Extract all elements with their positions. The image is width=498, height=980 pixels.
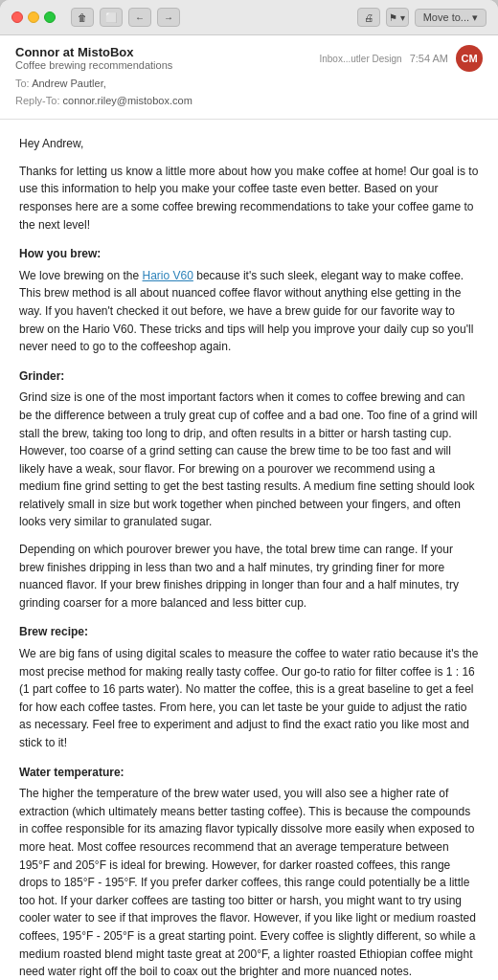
how-you-brew-heading: How you brew: <box>19 245 479 263</box>
toolbar-icons: 🗑 ⬜ ← → <box>71 8 180 27</box>
brew-recipe-text: We are big fans of using digital scales … <box>19 645 479 752</box>
reply-to-value: connor.riley@mistobox.com <box>63 95 192 106</box>
move-to-button[interactable]: Move to... ▾ <box>415 9 487 27</box>
water-temp-heading: Water temperature: <box>19 764 479 782</box>
email-subject: Coffee brewing recommendations <box>15 59 172 71</box>
close-button[interactable] <box>11 11 23 23</box>
avatar: CM <box>456 45 483 72</box>
hario-v60-link[interactable]: Hario V60 <box>143 269 193 282</box>
minimize-button[interactable] <box>28 11 39 23</box>
to-label: To: <box>15 78 30 89</box>
email-header-top: Connor at MistoBox Coffee brewing recomm… <box>15 45 483 72</box>
email-window: 🗑 ⬜ ← → 🖨 ⚑ ▾ Move to... ▾ Connor at Mis… <box>0 0 498 980</box>
email-body: Hey Andrew, Thanks for letting us know a… <box>0 120 498 980</box>
to-value: Andrew Pautler, <box>32 78 106 89</box>
email-greeting: Hey Andrew, <box>19 135 479 153</box>
delete-button[interactable]: 🗑 <box>71 8 94 27</box>
email-to-row: To: Andrew Pautler, <box>15 76 483 93</box>
sender-name: Connor at MistoBox <box>15 45 172 59</box>
water-temp-text: The higher the temperature of the brew w… <box>19 785 479 980</box>
move-to-label: Move to... <box>423 11 469 23</box>
email-intro: Thanks for letting us know a little more… <box>19 163 479 234</box>
archive-button[interactable]: ⬜ <box>100 8 123 27</box>
header-meta: Inbox...utler Design 7:54 AM CM <box>319 45 483 72</box>
brew-recipe-heading: Brew recipe: <box>19 623 479 641</box>
flag-button[interactable]: ⚑ ▾ <box>386 8 409 27</box>
grinder-text-2: Depending on which pourover brewer you h… <box>19 541 479 612</box>
title-bar: 🗑 ⬜ ← → 🖨 ⚑ ▾ Move to... ▾ <box>0 0 498 35</box>
time-label: 7:54 AM <box>410 53 448 64</box>
move-to-chevron: ▾ <box>472 11 478 24</box>
grinder-heading: Grinder: <box>19 368 479 386</box>
grinder-text: Grind size is one of the most important … <box>19 389 479 531</box>
how-you-brew-text: We love brewing on the Hario V60 because… <box>19 267 479 356</box>
print-button[interactable]: 🖨 <box>357 8 380 27</box>
reply-to-label: Reply-To: <box>15 95 59 106</box>
toolbar-right: 🖨 ⚑ ▾ Move to... ▾ <box>357 8 487 27</box>
back-button[interactable]: ← <box>128 8 151 27</box>
email-header: Connor at MistoBox Coffee brewing recomm… <box>0 35 498 120</box>
traffic-lights <box>11 11 56 23</box>
maximize-button[interactable] <box>44 11 56 23</box>
forward-button-nav[interactable]: → <box>157 8 180 27</box>
inbox-label: Inbox...utler Design <box>319 54 401 64</box>
email-reply-to-row: Reply-To: connor.riley@mistobox.com <box>15 93 483 110</box>
sender-info: Connor at MistoBox Coffee brewing recomm… <box>15 45 172 71</box>
